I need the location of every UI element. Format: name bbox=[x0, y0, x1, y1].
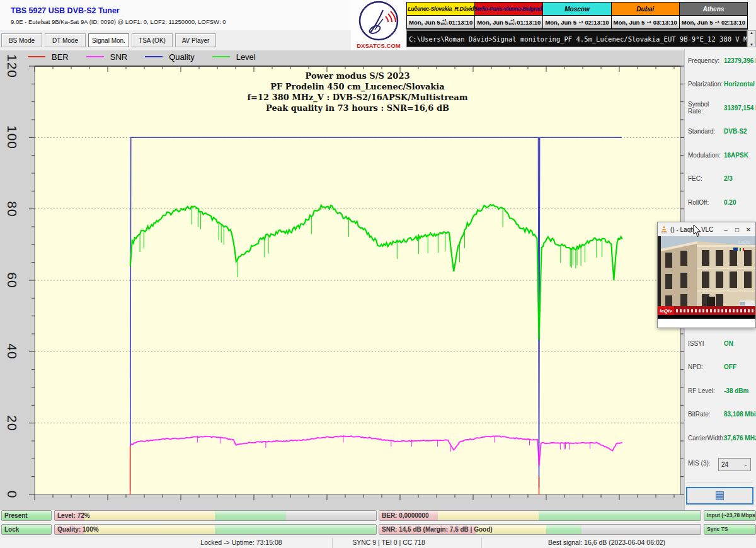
clock-time: Mon, Jun 5+1DST01:13:10 bbox=[475, 16, 542, 28]
clock-date: Mon, Jun 5 bbox=[682, 19, 713, 26]
clock-time: Mon, Jun 5+302:13:10 bbox=[543, 16, 610, 28]
legend-item-ber: BER bbox=[28, 52, 69, 62]
status-sync: SYNC 9 | TEI 0 | CC 718 bbox=[352, 539, 425, 546]
param-value: 31397,154 KS/s bbox=[724, 105, 756, 111]
vlc-cone-icon bbox=[660, 225, 668, 234]
status-uptime: Locked -> Uptime: 73:15:08 bbox=[200, 539, 282, 546]
scroll-up-icon[interactable]: ▲ bbox=[750, 31, 753, 35]
vlc-minimize-button[interactable]: – bbox=[721, 226, 730, 233]
video-letterbox bbox=[658, 315, 755, 319]
clock-utc-offset: +1DST bbox=[440, 18, 448, 26]
panel-list-button[interactable] bbox=[686, 487, 753, 505]
legend-label: SNR bbox=[110, 52, 127, 62]
clock-date: Mon, Jun 5 bbox=[614, 19, 645, 26]
clock-berlin-paris-vienna-belgrade: Berlin-Paris-Vienna-BelgradeMon, Jun 5+1… bbox=[475, 3, 543, 29]
clock-athens: AthensMon, Jun 5+302:13:10 bbox=[680, 3, 747, 29]
bar-label: Sync TS bbox=[707, 525, 728, 534]
param-row-standard: Standard:DVB-S2 bbox=[688, 127, 753, 137]
signal-status-bars: PresentLockLevel: 72%Quality: 100%BER: 0… bbox=[0, 510, 756, 537]
scroll-down-icon[interactable]: ▼ bbox=[750, 43, 753, 47]
tab-signal-mon-[interactable]: Signal Mon. bbox=[88, 33, 129, 47]
clock-dubai: DubaiMon, Jun 5+403:13:10 bbox=[612, 3, 680, 29]
video-still-building: LaQtv bbox=[658, 236, 755, 315]
list-icon bbox=[716, 491, 724, 500]
param-row-npd: NPD:OFF bbox=[688, 362, 753, 372]
bar-label: Present bbox=[4, 511, 28, 520]
satellite-dish-icon bbox=[358, 0, 399, 42]
app-title: TBS 5927 USB DVB-S2 Tuner bbox=[11, 6, 120, 15]
clock-time-value: 03:13:10 bbox=[653, 19, 677, 26]
vlc-maximize-button[interactable]: □ bbox=[733, 226, 742, 233]
panel-separator bbox=[687, 482, 753, 482]
clock-date: Mon, Jun 5 bbox=[409, 19, 440, 26]
param-row-carrierwidth: CarrierWidth:37,676 MHz bbox=[688, 433, 753, 443]
world-clocks: Lučenec-Slovakia_R.DávidMon, Jun 5+1DST0… bbox=[406, 2, 748, 30]
tab-av-player[interactable]: AV Player bbox=[175, 33, 216, 47]
mis-label-row: MIS (3): bbox=[688, 458, 717, 468]
clock-lu-enec-slovakia-r-d-vid: Lučenec-Slovakia_R.DávidMon, Jun 5+1DST0… bbox=[407, 3, 475, 29]
chart-legend: BERSNRQualityLevel bbox=[0, 50, 684, 63]
param-value: 2/3 bbox=[724, 175, 733, 182]
param-row-frequency: Frequency:12379,396 MHz bbox=[688, 55, 753, 66]
logo-text: DXSATCS.COM bbox=[357, 42, 401, 49]
clock-city-label: Athens bbox=[680, 3, 747, 16]
clock-city-label: Berlin-Paris-Vienna-Belgrade bbox=[475, 3, 542, 16]
param-value: -38 dBm bbox=[724, 387, 748, 394]
legend-item-level: Level bbox=[212, 52, 256, 62]
clock-time-value: 02:13:10 bbox=[721, 19, 745, 26]
chevron-down-icon: ⌄ bbox=[743, 462, 748, 467]
news-ticker: laQtv bbox=[658, 306, 755, 315]
y-axis-tick-label: 20 bbox=[3, 414, 21, 433]
param-value: 83,108 Mbit/s bbox=[724, 411, 756, 418]
param-value: 16APSK bbox=[724, 152, 748, 159]
bar-label: SNR: 14,5 dB (Margin: 7,5 dB | Good) bbox=[382, 525, 493, 534]
vlc-titlebar[interactable]: () - Laqtv - VLC – □ ✕ bbox=[658, 222, 755, 236]
bar-label: Level: 72% bbox=[57, 511, 90, 520]
status-divider bbox=[481, 538, 482, 548]
bar-level: Level: 72% bbox=[54, 510, 377, 521]
param-value: DVB-S2 bbox=[724, 128, 747, 135]
bar-snr: SNR: 14,5 dB (Margin: 7,5 dB | Good) bbox=[379, 524, 701, 535]
legend-line-swatch bbox=[28, 56, 45, 57]
param-row-fec: FEC:2/3 bbox=[688, 174, 753, 184]
clock-utc-offset: +4 bbox=[647, 20, 651, 24]
clock-date: Mon, Jun 5 bbox=[545, 19, 576, 26]
tab-tsa-ok-[interactable]: TSA (OK) bbox=[132, 33, 173, 47]
tab-bs-mode[interactable]: BS Mode bbox=[1, 33, 42, 47]
bar-gloss bbox=[55, 525, 376, 534]
bar-label: Quality: 100% bbox=[57, 525, 99, 534]
param-label: FEC: bbox=[688, 175, 724, 182]
tab-dt-mode[interactable]: DT Mode bbox=[45, 33, 86, 47]
bar-label: BER: 0,0000000 bbox=[382, 511, 429, 520]
param-row-rolloff: RollOff:0.20 bbox=[688, 197, 753, 207]
legend-line-swatch bbox=[145, 56, 163, 57]
bar-syncts: Sync TS bbox=[704, 524, 756, 535]
legend-label: BER bbox=[52, 52, 69, 62]
legend-line-swatch bbox=[212, 56, 230, 57]
vlc-window[interactable]: () - Laqtv - VLC – □ ✕ bbox=[657, 222, 756, 328]
param-label: Modulation: bbox=[688, 152, 724, 159]
status-divider bbox=[332, 538, 333, 548]
param-value: ON bbox=[724, 340, 733, 347]
vlc-close-button[interactable]: ✕ bbox=[744, 226, 753, 233]
legend-label: Quality bbox=[169, 52, 194, 62]
bar-present: Present bbox=[1, 510, 52, 521]
clock-time: Mon, Jun 5+1DST01:13:10 bbox=[407, 16, 474, 28]
mode-tabs: BS ModeDT ModeSignal Mon.TSA (OK)AV Play… bbox=[1, 33, 216, 47]
param-row-polarization: Polarization:Horizontal bbox=[688, 79, 753, 89]
param-label: ISSYI bbox=[688, 340, 724, 347]
bar-input: Input (~23,78 Mbps) bbox=[704, 510, 756, 521]
clock-time-value: 01:13:10 bbox=[449, 19, 472, 26]
param-label: NPD: bbox=[688, 363, 724, 370]
command-prompt-scrollbar[interactable]: ▲ ▼ bbox=[747, 30, 756, 47]
clock-time: Mon, Jun 5+302:13:10 bbox=[680, 16, 747, 28]
vlc-video-frame[interactable]: LaQtv laQtv bbox=[658, 236, 755, 315]
bar-gloss bbox=[55, 511, 376, 520]
param-row-rflevel: RF Level:-38 dBm bbox=[688, 385, 753, 396]
mis-dropdown[interactable]: 24 ⌄ bbox=[718, 458, 751, 471]
chart-area bbox=[0, 63, 684, 510]
param-value: 12379,396 MHz bbox=[724, 57, 756, 64]
svg-text:LaQtv: LaQtv bbox=[738, 240, 750, 245]
mouse-cursor bbox=[693, 225, 702, 237]
command-prompt-bar: C:\Users\Roman Dávid>Signal monitoring_P… bbox=[406, 30, 747, 47]
